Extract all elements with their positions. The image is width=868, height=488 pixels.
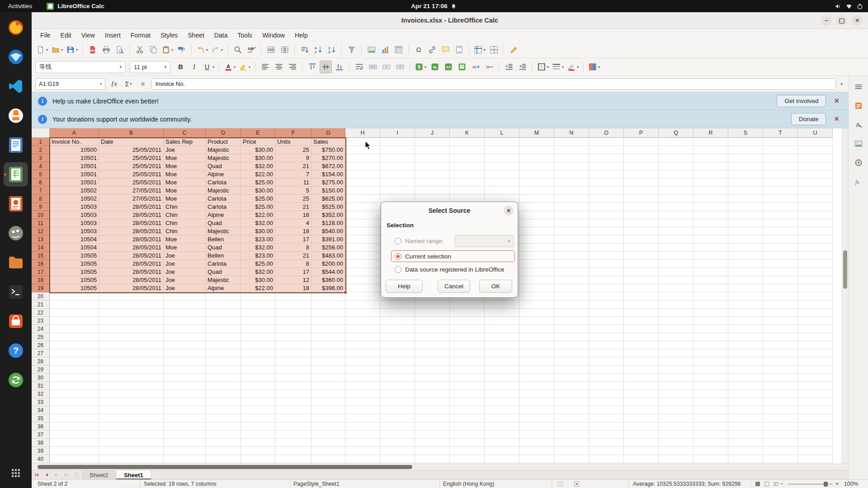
- cell-B2[interactable]: 25/05/2011: [99, 146, 164, 154]
- cell-U31[interactable]: [798, 382, 833, 390]
- cell-C15[interactable]: Joe: [164, 252, 206, 260]
- cell-A10[interactable]: 10503: [50, 211, 99, 219]
- cell-N21[interactable]: [554, 300, 589, 309]
- cell-N7[interactable]: [554, 187, 589, 195]
- cell-S30[interactable]: [728, 374, 763, 382]
- cell-G6[interactable]: $275.00: [311, 178, 345, 187]
- cell-H10[interactable]: [345, 211, 380, 219]
- selection-fill-handle[interactable]: [344, 291, 347, 294]
- cell-O31[interactable]: [589, 382, 624, 390]
- cell-T8[interactable]: [763, 195, 798, 203]
- cell-A37[interactable]: [50, 431, 99, 439]
- cell-S25[interactable]: [728, 333, 763, 341]
- cell-R30[interactable]: [693, 374, 728, 382]
- cell-E11[interactable]: $32.00: [241, 219, 275, 227]
- cell-Q33[interactable]: [659, 398, 693, 406]
- cell-F26[interactable]: [275, 341, 311, 349]
- cell-N13[interactable]: [554, 235, 589, 244]
- cell-G24[interactable]: [311, 325, 345, 333]
- borders-button[interactable]: ▾: [536, 61, 550, 73]
- cell-A20[interactable]: [50, 292, 99, 300]
- menu-tools[interactable]: Tools: [232, 30, 257, 40]
- cell-Q28[interactable]: [659, 357, 693, 366]
- cell-M16[interactable]: [519, 260, 554, 268]
- cell-M22[interactable]: [519, 309, 554, 317]
- cell-G20[interactable]: [311, 292, 345, 300]
- cell-C33[interactable]: [164, 398, 206, 406]
- cell-E17[interactable]: $32.00: [241, 268, 275, 276]
- cell-S38[interactable]: [728, 439, 763, 447]
- cell-A9[interactable]: 10503: [50, 203, 99, 211]
- sum-button[interactable]: Σ▾: [123, 78, 134, 90]
- cell-M14[interactable]: [519, 244, 554, 252]
- cell-S21[interactable]: [728, 300, 763, 309]
- cell-H20[interactable]: [345, 292, 380, 300]
- dock-item-help[interactable]: ?: [4, 338, 28, 363]
- cell-J5[interactable]: [415, 170, 450, 178]
- cell-S9[interactable]: [728, 203, 763, 211]
- cell-F3[interactable]: 9: [275, 154, 311, 162]
- formula-input[interactable]: Invoice No.: [151, 78, 836, 90]
- cell-S3[interactable]: [728, 154, 763, 162]
- cell-U16[interactable]: [798, 260, 833, 268]
- cell-M6[interactable]: [519, 178, 554, 187]
- cell-J23[interactable]: [415, 317, 450, 325]
- dock-item-ubuntu-software[interactable]: [4, 309, 28, 333]
- sort-ascending-button[interactable]: AZ: [312, 43, 324, 56]
- cell-L26[interactable]: [485, 341, 519, 349]
- cell-H1[interactable]: [345, 138, 380, 146]
- cell-A6[interactable]: 10501: [50, 178, 99, 187]
- cell-D25[interactable]: [206, 333, 241, 341]
- cell-L7[interactable]: [485, 187, 519, 195]
- cell-E35[interactable]: [241, 414, 275, 422]
- expand-formula-bar-button[interactable]: ▾: [839, 82, 844, 86]
- cell-A13[interactable]: 10504: [50, 235, 99, 244]
- cell-E34[interactable]: [241, 406, 275, 414]
- cell-U38[interactable]: [798, 439, 833, 447]
- column-header-G[interactable]: G: [311, 128, 345, 138]
- cell-D36[interactable]: [206, 422, 241, 431]
- system-tray[interactable]: [835, 3, 863, 10]
- cell-A2[interactable]: 10500: [50, 146, 99, 154]
- cell-O4[interactable]: [589, 162, 624, 170]
- column-header-O[interactable]: O: [589, 128, 624, 138]
- column-header-I[interactable]: I: [380, 128, 415, 138]
- cell-U3[interactable]: [798, 154, 833, 162]
- cell-R5[interactable]: [693, 170, 728, 178]
- cell-R17[interactable]: [693, 268, 728, 276]
- cell-P37[interactable]: [624, 431, 659, 439]
- menu-edit[interactable]: Edit: [56, 30, 76, 40]
- wrap-text-button[interactable]: [353, 61, 365, 73]
- cell-P7[interactable]: [624, 187, 659, 195]
- cell-M27[interactable]: [519, 349, 554, 357]
- column-header-L[interactable]: L: [485, 128, 519, 138]
- cell-I21[interactable]: [380, 300, 415, 309]
- cell-M28[interactable]: [519, 357, 554, 366]
- cell-Q7[interactable]: [659, 187, 693, 195]
- cell-H33[interactable]: [345, 398, 380, 406]
- cell-M29[interactable]: [519, 366, 554, 374]
- highlight-color-button[interactable]: ▾: [238, 61, 251, 73]
- cell-B23[interactable]: [99, 317, 164, 325]
- cell-A25[interactable]: [50, 333, 99, 341]
- cell-O11[interactable]: [589, 219, 624, 227]
- increase-indent-button[interactable]: [503, 61, 515, 73]
- cell-J31[interactable]: [415, 382, 450, 390]
- cell-C24[interactable]: [164, 325, 206, 333]
- cell-T9[interactable]: [763, 203, 798, 211]
- cell-D23[interactable]: [206, 317, 241, 325]
- cell-G3[interactable]: $270.00: [311, 154, 345, 162]
- cell-F17[interactable]: 17: [275, 268, 311, 276]
- row-header-20[interactable]: 20: [32, 292, 50, 300]
- row-header-29[interactable]: 29: [32, 366, 50, 374]
- cell-Q37[interactable]: [659, 431, 693, 439]
- cell-N27[interactable]: [554, 349, 589, 357]
- cell-H34[interactable]: [345, 406, 380, 414]
- copy-button[interactable]: [147, 43, 159, 56]
- cell-S11[interactable]: [728, 219, 763, 227]
- data-source-radio[interactable]: [395, 266, 401, 273]
- previous-sheet-button[interactable]: [42, 472, 52, 478]
- cell-R7[interactable]: [693, 187, 728, 195]
- cell-H11[interactable]: [345, 219, 380, 227]
- cell-P21[interactable]: [624, 300, 659, 309]
